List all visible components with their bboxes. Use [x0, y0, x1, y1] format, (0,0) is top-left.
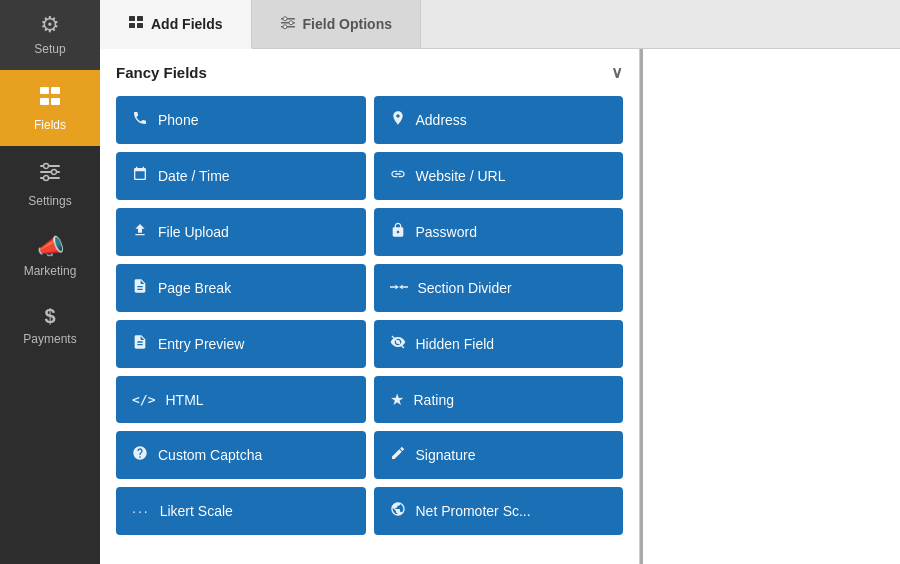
file-upload-icon [132, 222, 148, 242]
net-promoter-label: Net Promoter Sc... [416, 503, 531, 519]
svg-rect-1 [51, 87, 60, 94]
tab-add-fields-label: Add Fields [151, 16, 223, 32]
html-icon: </> [132, 392, 155, 407]
sidebar: ⚙ Setup Fields Settings 📣 [0, 0, 100, 564]
html-button[interactable]: </> HTML [116, 376, 366, 423]
likert-scale-button[interactable]: ··· Likert Scale [116, 487, 366, 535]
phone-label: Phone [158, 112, 198, 128]
setup-icon: ⚙ [40, 14, 60, 36]
svg-rect-11 [137, 16, 143, 21]
signature-icon [390, 445, 406, 465]
preview-area [640, 49, 900, 564]
tab-field-options[interactable]: Field Options [252, 0, 421, 48]
rating-label: Rating [414, 392, 454, 408]
datetime-label: Date / Time [158, 168, 230, 184]
entry-preview-icon [132, 334, 148, 354]
sidebar-item-marketing[interactable]: 📣 Marketing [0, 222, 100, 292]
svg-marker-21 [395, 285, 399, 290]
file-upload-button[interactable]: File Upload [116, 208, 366, 256]
fields-panel: Fancy Fields ∨ Phone Address [100, 49, 640, 564]
svg-point-7 [44, 164, 49, 169]
panel: Fancy Fields ∨ Phone Address [100, 49, 900, 564]
add-fields-tab-icon [128, 14, 144, 33]
fields-icon [38, 84, 62, 112]
website-icon [390, 166, 406, 186]
signature-button[interactable]: Signature [374, 431, 624, 479]
svg-rect-13 [137, 23, 143, 28]
website-label: Website / URL [416, 168, 506, 184]
field-options-tab-icon [280, 15, 296, 34]
likert-scale-icon: ··· [132, 503, 150, 519]
datetime-button[interactable]: Date / Time [116, 152, 366, 200]
settings-icon [38, 160, 62, 188]
entry-preview-label: Entry Preview [158, 336, 244, 352]
sidebar-label-marketing: Marketing [24, 264, 77, 278]
custom-captcha-icon [132, 445, 148, 465]
sidebar-item-fields[interactable]: Fields [0, 70, 100, 146]
entry-preview-button[interactable]: Entry Preview [116, 320, 366, 368]
hidden-field-icon [390, 334, 406, 354]
website-button[interactable]: Website / URL [374, 152, 624, 200]
sidebar-label-setup: Setup [34, 42, 65, 56]
html-label: HTML [165, 392, 203, 408]
chevron-down-icon[interactable]: ∨ [611, 63, 623, 82]
svg-rect-2 [40, 98, 49, 105]
svg-rect-3 [51, 98, 60, 105]
section-header: Fancy Fields ∨ [100, 49, 639, 92]
tab-bar: Add Fields Field Options [100, 0, 900, 49]
phone-icon [132, 110, 148, 130]
password-icon [390, 222, 406, 242]
password-button[interactable]: Password [374, 208, 624, 256]
address-button[interactable]: Address [374, 96, 624, 144]
fields-grid: Phone Address Date / Time [100, 92, 639, 551]
section-divider-button[interactable]: Section Divider [374, 264, 624, 312]
datetime-icon [132, 166, 148, 186]
sidebar-label-payments: Payments [23, 332, 76, 346]
tab-field-options-label: Field Options [303, 16, 392, 32]
page-break-button[interactable]: Page Break [116, 264, 366, 312]
svg-rect-12 [129, 23, 135, 28]
sidebar-item-setup[interactable]: ⚙ Setup [0, 0, 100, 70]
custom-captcha-label: Custom Captcha [158, 447, 262, 463]
sidebar-item-settings[interactable]: Settings [0, 146, 100, 222]
hidden-field-label: Hidden Field [416, 336, 495, 352]
phone-button[interactable]: Phone [116, 96, 366, 144]
custom-captcha-button[interactable]: Custom Captcha [116, 431, 366, 479]
svg-marker-23 [399, 285, 403, 290]
svg-point-19 [283, 24, 287, 28]
sidebar-item-payments[interactable]: $ Payments [0, 292, 100, 360]
page-break-label: Page Break [158, 280, 231, 296]
file-upload-label: File Upload [158, 224, 229, 240]
rating-button[interactable]: ★ Rating [374, 376, 624, 423]
fancy-fields-label: Fancy Fields [116, 64, 207, 81]
payments-icon: $ [44, 306, 55, 326]
page-break-icon [132, 278, 148, 298]
svg-point-8 [52, 170, 57, 175]
marketing-icon: 📣 [37, 236, 64, 258]
svg-point-9 [44, 176, 49, 181]
net-promoter-icon [390, 501, 406, 521]
sidebar-label-fields: Fields [34, 118, 66, 132]
rating-icon: ★ [390, 390, 404, 409]
main-content: Add Fields Field Options Fancy Fields [100, 0, 900, 564]
svg-rect-0 [40, 87, 49, 94]
section-divider-icon [390, 279, 408, 297]
hidden-field-button[interactable]: Hidden Field [374, 320, 624, 368]
password-label: Password [416, 224, 477, 240]
svg-rect-10 [129, 16, 135, 21]
address-label: Address [416, 112, 467, 128]
tab-add-fields[interactable]: Add Fields [100, 0, 252, 49]
address-icon [390, 110, 406, 130]
section-divider-label: Section Divider [418, 280, 512, 296]
likert-scale-label: Likert Scale [160, 503, 233, 519]
svg-point-18 [289, 20, 293, 24]
sidebar-label-settings: Settings [28, 194, 71, 208]
net-promoter-button[interactable]: Net Promoter Sc... [374, 487, 624, 535]
svg-point-17 [283, 16, 287, 20]
signature-label: Signature [416, 447, 476, 463]
